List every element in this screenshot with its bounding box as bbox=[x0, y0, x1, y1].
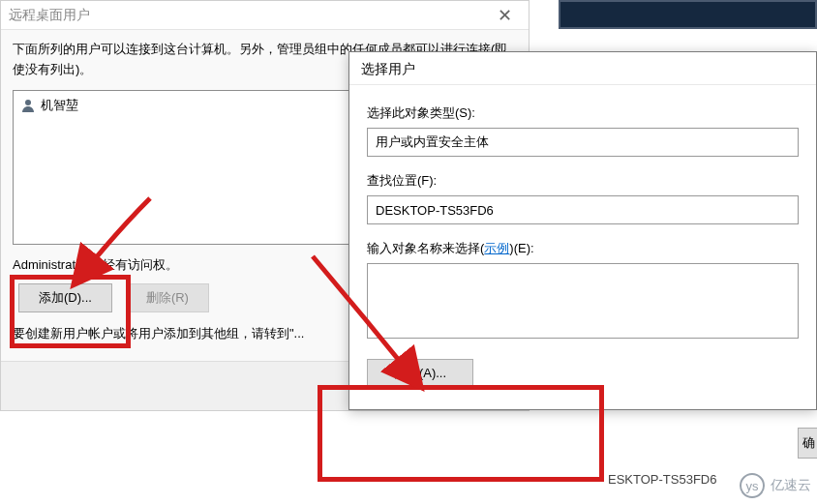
watermark-text: 亿速云 bbox=[771, 477, 811, 494]
object-type-label: 选择此对象类型(S): bbox=[367, 104, 799, 122]
background-titlebar-strip bbox=[559, 0, 817, 29]
select-users-dialog: 选择用户 选择此对象类型(S): 用户或内置安全主体 查找位置(F): DESK… bbox=[348, 51, 817, 410]
object-type-value: 用户或内置安全主体 bbox=[376, 133, 489, 151]
object-names-input[interactable] bbox=[367, 263, 799, 339]
examples-link[interactable]: 示例 bbox=[484, 241, 509, 255]
watermark: ys 亿速云 bbox=[740, 473, 811, 498]
advanced-button[interactable]: 高级(A)... bbox=[367, 359, 473, 388]
front-dialog-titlebar: 选择用户 bbox=[349, 52, 816, 85]
add-button[interactable]: 添加(D)... bbox=[18, 283, 112, 312]
close-icon[interactable]: ✕ bbox=[490, 5, 519, 26]
remove-button: 删除(R) bbox=[126, 283, 209, 312]
object-names-label: 输入对象名称来选择(示例)(E): bbox=[367, 240, 799, 257]
user-icon bbox=[19, 97, 37, 114]
advanced-row: 高级(A)... bbox=[367, 359, 799, 388]
front-dialog-body: 选择此对象类型(S): 用户或内置安全主体 查找位置(F): DESKTOP-T… bbox=[349, 85, 816, 409]
location-value: DESKTOP-TS53FD6 bbox=[376, 203, 494, 218]
watermark-logo-icon: ys bbox=[740, 473, 765, 498]
front-dialog-title: 选择用户 bbox=[361, 61, 415, 78]
back-dialog-title: 远程桌面用户 bbox=[9, 7, 90, 24]
object-type-field: 用户或内置安全主体 bbox=[367, 128, 799, 157]
location-label: 查找位置(F): bbox=[367, 172, 799, 190]
svg-point-0 bbox=[25, 100, 31, 105]
truncated-ok-button[interactable]: 确 bbox=[798, 428, 817, 459]
user-name: 机智堃 bbox=[41, 97, 78, 114]
partial-hostname-text: ESKTOP-TS53FD6 bbox=[608, 472, 716, 487]
back-dialog-titlebar: 远程桌面用户 ✕ bbox=[1, 1, 529, 30]
location-field: DESKTOP-TS53FD6 bbox=[367, 195, 799, 224]
